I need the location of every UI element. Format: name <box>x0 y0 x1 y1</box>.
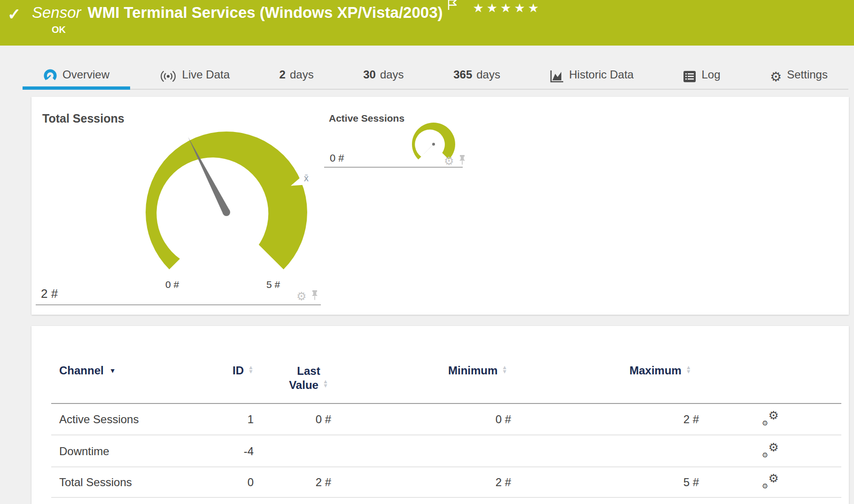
column-label: Value <box>289 378 318 392</box>
row-divider <box>51 434 841 435</box>
gauge-title-total-sessions: Total Sessions <box>42 112 124 125</box>
gauge-footer-divider <box>324 167 463 168</box>
sort-icon: ▲▼ <box>323 380 328 392</box>
tab-live-data[interactable]: Live Data <box>139 54 250 89</box>
page-title: WMI Terminal Services (Windows XP/Vista/… <box>88 4 443 22</box>
tab-label: days <box>476 68 500 81</box>
tab-label: days <box>290 68 314 81</box>
channel-id: -4 <box>183 445 254 458</box>
tab-settings[interactable]: ⚙ Settings <box>749 54 848 89</box>
tab-365-days[interactable]: 365days <box>433 54 521 89</box>
priority-stars[interactable]: ★★★★★ <box>473 1 542 16</box>
channel-id: 1 <box>183 413 254 426</box>
tab-label: Historic Data <box>569 68 634 81</box>
sensor-title-line: Sensor WMI Terminal Services (Windows XP… <box>32 4 542 22</box>
gauge-max-label: 5 # <box>266 279 280 290</box>
channel-id: 0 <box>183 476 254 489</box>
sort-icon: ▲▼ <box>686 365 691 374</box>
row-divider <box>51 466 841 467</box>
sensor-status-header: ✓ Sensor WMI Terminal Services (Windows … <box>0 0 854 46</box>
channel-maximum: 5 # <box>605 476 699 489</box>
edit-channel-gears-icon[interactable]: ⚙⚙ <box>755 442 785 460</box>
column-header-minimum[interactable]: Minimum ▲▼ <box>448 364 507 377</box>
channel-minimum: 0 # <box>417 413 511 426</box>
sort-desc-icon: ▼ <box>109 367 116 374</box>
gauge-arc <box>412 123 455 160</box>
channel-last-value: 0 # <box>261 413 331 426</box>
tab-label: Settings <box>787 68 828 81</box>
tab-historic-data[interactable]: Historic Data <box>529 54 654 89</box>
status-badge: OK <box>52 24 66 35</box>
gauges-panel: Total Sessions x̄ 0 # 5 # 2 # ⚙ Active <box>31 97 849 315</box>
table-header-divider <box>51 403 841 404</box>
channel-last-value: 2 # <box>261 476 331 489</box>
channel-name[interactable]: Total Sessions <box>59 476 132 489</box>
tab-overview[interactable]: Overview <box>23 54 130 89</box>
gauge-icon <box>43 69 57 83</box>
gear-icon: ⚙ <box>770 71 782 83</box>
tab-number: 2 <box>279 68 286 81</box>
edit-channel-gears-icon[interactable]: ⚙⚙ <box>755 473 785 491</box>
gauge-arc <box>146 132 307 270</box>
total-sessions-gauge <box>132 118 320 308</box>
column-label: Minimum <box>448 364 497 377</box>
tab-number: 30 <box>363 68 376 81</box>
prtg-sensor-page: ✓ Sensor WMI Terminal Services (Windows … <box>0 0 854 504</box>
tab-log[interactable]: Log <box>662 54 741 89</box>
column-label: Maximum <box>629 364 682 377</box>
tab-label: days <box>380 68 404 81</box>
column-header-id[interactable]: ID ▲▼ <box>183 364 254 377</box>
gauge-min-label: 0 # <box>165 279 179 290</box>
column-header-channel[interactable]: Channel ▼ <box>59 364 116 377</box>
gauge-footer-divider <box>36 304 321 305</box>
gauge-current-value: 0 # <box>330 152 344 164</box>
flag-icon[interactable] <box>447 0 458 12</box>
tab-30-days[interactable]: 30days <box>342 54 424 89</box>
tab-label: Overview <box>62 68 109 81</box>
column-header-maximum[interactable]: Maximum ▲▼ <box>629 364 691 377</box>
row-divider <box>51 497 841 498</box>
gauge-gear-icon[interactable]: ⚙ <box>296 292 307 301</box>
tab-label: Log <box>701 68 720 81</box>
gauge-current-value: 2 # <box>41 287 58 301</box>
gauge-needle <box>419 143 435 159</box>
tab-2-days[interactable]: 2days <box>259 54 334 89</box>
sensor-tabbar: Overview Live Data 2days 30days 365days <box>23 54 848 90</box>
sort-icon: ▲▼ <box>248 365 254 374</box>
pin-icon[interactable] <box>311 290 318 302</box>
column-label: Last <box>297 364 320 378</box>
gauge-gear-icon[interactable]: ⚙ <box>444 156 454 166</box>
log-list-icon <box>683 70 696 83</box>
channels-panel: Channel ▼ ID ▲▼ Last Value ▲▼ Minimum ▲▼… <box>31 326 849 504</box>
edit-channel-gears-icon[interactable]: ⚙⚙ <box>755 411 785 428</box>
average-marker-label: x̄ <box>304 173 309 184</box>
channel-minimum: 2 # <box>417 476 511 489</box>
status-check-icon: ✓ <box>8 5 21 23</box>
object-kind-label: Sensor <box>32 4 81 22</box>
pin-icon[interactable] <box>458 155 466 167</box>
tab-number: 365 <box>453 68 472 81</box>
tab-label: Live Data <box>182 68 230 81</box>
channel-name[interactable]: Active Sessions <box>59 413 139 426</box>
column-label: Channel <box>59 364 104 377</box>
sort-icon: ▲▼ <box>502 365 507 374</box>
channel-name[interactable]: Downtime <box>59 445 109 458</box>
column-header-last-value[interactable]: Last Value ▲▼ <box>283 364 334 392</box>
broadcast-icon <box>159 70 177 83</box>
channel-maximum: 2 # <box>605 413 699 426</box>
gauge-title-active-sessions: Active Sessions <box>329 113 404 124</box>
area-chart-icon <box>550 70 564 83</box>
column-label: ID <box>233 364 244 377</box>
